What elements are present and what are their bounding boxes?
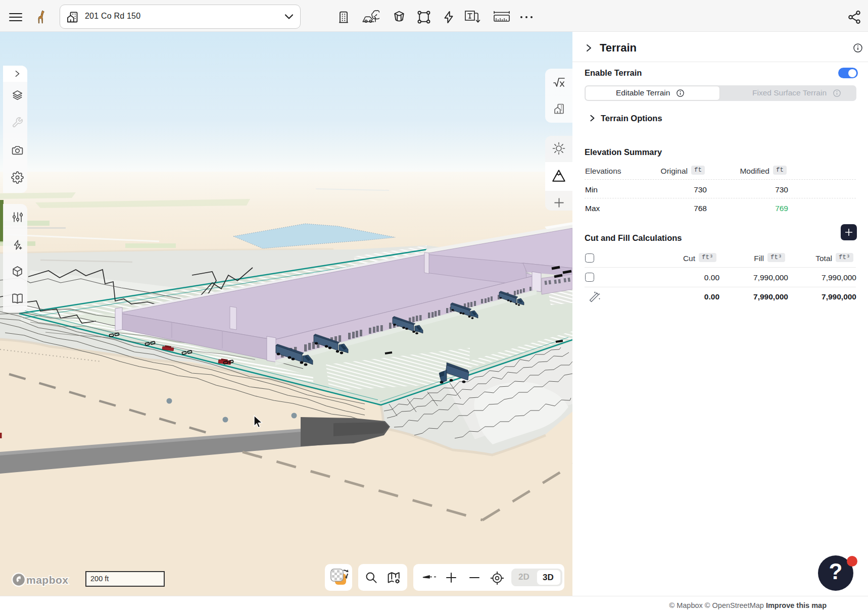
svg-text:mapbox: mapbox	[26, 574, 69, 586]
